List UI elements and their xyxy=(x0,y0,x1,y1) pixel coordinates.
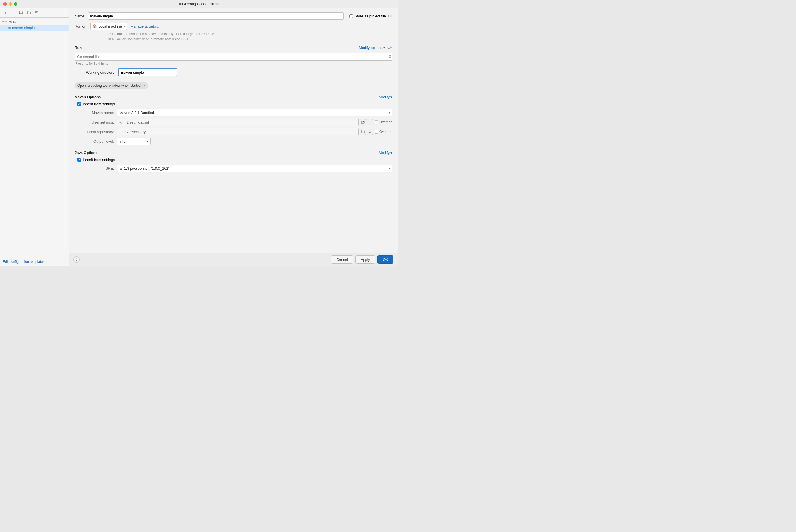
content-area: Name: Store as project file ⚙ Run on: 🏠 … xyxy=(69,8,398,266)
sort-config-button[interactable] xyxy=(34,10,40,16)
maven-modify-button[interactable]: Modify ▾ xyxy=(379,95,392,99)
folder-config-button[interactable] xyxy=(26,10,32,16)
sidebar: + − ▾ xyxy=(0,8,69,266)
output-level-row: Output level: Info Debug Warn Error xyxy=(77,138,392,145)
maven-inherit-label: Inherit from settings xyxy=(83,102,115,106)
maven-child-label: maven-simple xyxy=(12,25,35,30)
close-traffic-light[interactable] xyxy=(3,2,7,6)
local-repo-input[interactable] xyxy=(117,128,359,135)
java-options-body: Inherit from settings JRE: 🖥 1.8 java ve… xyxy=(75,158,392,172)
java-section-title-line: Java Options xyxy=(75,151,376,155)
user-settings-row: User settings: ≡ xyxy=(77,118,392,126)
output-level-select[interactable]: Info Debug Warn Error xyxy=(117,138,151,145)
maven-home-label: Maven home: xyxy=(77,111,114,115)
run-section-title-line: Run xyxy=(75,45,356,50)
user-settings-input-group: ≡ Override xyxy=(117,118,392,126)
working-directory-wrapper xyxy=(118,69,392,76)
maven-group-icon: m xyxy=(4,20,7,24)
maven-options-body: Inherit from settings Maven home: Maven … xyxy=(75,102,392,145)
maven-home-row: Maven home: Maven 3.8.1 Bundled xyxy=(77,109,392,116)
local-repo-input-group: ≡ Override xyxy=(117,128,392,135)
traffic-lights xyxy=(3,2,17,6)
command-line-input[interactable] xyxy=(75,53,392,60)
edit-templates-link[interactable]: Edit configuration templates... xyxy=(3,260,47,264)
local-repo-row: Local repository: ≡ xyxy=(77,128,392,135)
java-options-title: Java Options xyxy=(75,151,98,155)
local-machine-dropdown[interactable]: 🏠 Local machine ▾ xyxy=(90,22,127,30)
jre-label: JRE: xyxy=(77,166,114,171)
run-on-dropdown-arrow: ▾ xyxy=(124,25,125,28)
name-input[interactable] xyxy=(88,13,343,20)
ok-button[interactable]: OK xyxy=(377,255,394,264)
local-repo-edit-button[interactable]: ≡ xyxy=(367,129,373,135)
store-as-project-label: Store as project file xyxy=(355,14,386,18)
run-on-hint: Run configurations may be executed local… xyxy=(108,32,392,42)
maven-child-icon: m xyxy=(8,26,11,30)
main-container: + − ▾ xyxy=(0,8,398,266)
remove-config-button[interactable]: − xyxy=(10,10,16,16)
name-label: Name: xyxy=(75,14,85,18)
user-settings-edit-button[interactable]: ≡ xyxy=(367,119,373,125)
run-on-hint-line2: in a Docker Container or on a remote hos… xyxy=(108,37,189,41)
copy-config-button[interactable] xyxy=(18,10,24,16)
working-directory-input[interactable] xyxy=(118,69,177,76)
maven-options-header: Maven Options Modify ▾ xyxy=(75,95,392,99)
cancel-button[interactable]: Cancel xyxy=(331,255,353,264)
help-button[interactable]: ? xyxy=(74,256,80,263)
maven-home-select[interactable]: Maven 3.8.1 Bundled xyxy=(117,109,392,116)
local-repo-label: Local repository: xyxy=(77,130,114,134)
java-modify-label: Modify xyxy=(379,151,390,155)
tag-chip-close-button[interactable]: ✕ xyxy=(143,84,146,87)
user-settings-folder-button[interactable] xyxy=(360,119,366,125)
command-line-expand-button[interactable]: ⊞ xyxy=(388,55,391,59)
jre-select[interactable]: 🖥 1.8 java version "1.8.0_162" xyxy=(117,165,392,172)
user-settings-override-group: Override xyxy=(375,118,392,126)
java-inherit-checkbox[interactable] xyxy=(77,158,81,162)
store-settings-gear-button[interactable]: ⚙ xyxy=(387,14,392,18)
java-options-header: Java Options Modify ▾ xyxy=(75,151,392,155)
java-modify-button[interactable]: Modify ▾ xyxy=(379,151,392,155)
local-repo-override-checkbox[interactable] xyxy=(375,128,378,135)
user-settings-side-btns: ≡ xyxy=(360,119,373,125)
run-section-divider xyxy=(84,48,356,48)
window-title: Run/Debug Configurations xyxy=(177,2,221,6)
apply-button[interactable]: Apply xyxy=(356,255,376,264)
output-level-select-wrapper: Info Debug Warn Error xyxy=(117,138,151,145)
content-inner: Name: Store as project file ⚙ Run on: 🏠 … xyxy=(69,8,398,253)
jre-select-wrapper: 🖥 1.8 java version "1.8.0_162" xyxy=(117,165,392,172)
bottom-bar: ? Cancel Apply OK xyxy=(69,253,398,266)
add-config-button[interactable]: + xyxy=(2,10,8,16)
sidebar-toolbar: + − xyxy=(0,8,69,18)
user-settings-override-checkbox[interactable] xyxy=(375,118,378,126)
java-inherit-label: Inherit from settings xyxy=(83,158,115,162)
run-section-header: Run Modify options ▾ ⌥M xyxy=(75,45,392,50)
local-machine-label: Local machine xyxy=(98,24,122,28)
modify-options-arrow: ▾ xyxy=(383,45,385,50)
sidebar-tree: ▾ m Maven m maven-simple xyxy=(0,18,69,257)
jre-row: JRE: 🖥 1.8 java version "1.8.0_162" xyxy=(77,165,392,172)
store-as-project-checkbox[interactable] xyxy=(349,14,353,18)
store-as-project-row: Store as project file ⚙ xyxy=(349,14,392,18)
manage-targets-link[interactable]: Manage targets... xyxy=(130,24,159,28)
svg-rect-1 xyxy=(19,11,22,14)
local-repo-folder-button[interactable] xyxy=(360,129,366,135)
sidebar-item-maven-group[interactable]: ▾ m Maven xyxy=(0,19,69,25)
sidebar-item-maven-simple[interactable]: m maven-simple xyxy=(0,25,69,31)
run-on-row: Run on: 🏠 Local machine ▾ Manage targets… xyxy=(75,22,392,30)
modify-options-button[interactable]: Modify options ▾ ⌥M xyxy=(359,45,392,50)
working-directory-folder-button[interactable] xyxy=(387,70,391,74)
maven-section-divider xyxy=(103,97,376,97)
maximize-traffic-light[interactable] xyxy=(14,2,17,6)
home-icon: 🏠 xyxy=(92,24,97,28)
maven-inherit-checkbox[interactable] xyxy=(77,102,81,106)
java-modify-arrow: ▾ xyxy=(391,151,392,155)
press-alt-hint: Press ⌥ for field hints xyxy=(75,62,392,65)
user-settings-input[interactable] xyxy=(117,118,359,126)
run-section-title: Run xyxy=(75,45,82,50)
maven-section-title-line: Maven Options xyxy=(75,95,376,99)
modify-options-label: Modify options xyxy=(359,45,382,50)
name-row: Name: Store as project file ⚙ xyxy=(75,13,392,20)
minimize-traffic-light[interactable] xyxy=(9,2,12,6)
sidebar-footer: Edit configuration templates... xyxy=(0,257,69,266)
maven-group-label: Maven xyxy=(9,20,20,24)
